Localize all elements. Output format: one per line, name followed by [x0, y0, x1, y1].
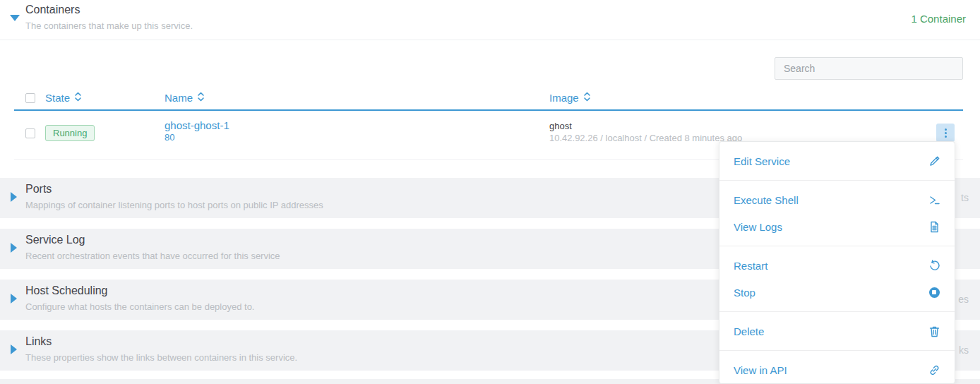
sort-icon [583, 91, 591, 104]
menu-item-stop[interactable]: Stop [719, 279, 955, 306]
pencil-icon [928, 155, 940, 167]
expand-caret-icon [11, 294, 17, 304]
expand-caret-icon [11, 192, 17, 202]
search-input[interactable] [775, 57, 963, 80]
section-count-badge: ks [959, 344, 969, 356]
table-header-row: State Name Image [14, 88, 963, 111]
menu-item-view-in-api[interactable]: View in API [719, 356, 955, 383]
column-header-image[interactable]: Image [549, 91, 591, 104]
sort-icon [74, 91, 82, 104]
section-title: Service Log [25, 234, 85, 246]
containers-title: Containers [25, 4, 80, 16]
row-checkbox[interactable] [25, 128, 35, 138]
column-header-state[interactable]: State [45, 91, 82, 104]
row-actions-button[interactable] [936, 124, 955, 142]
container-port-link[interactable]: 80 [165, 133, 229, 143]
restart-icon [928, 259, 940, 272]
expand-caret-icon [11, 243, 17, 253]
section-subtitle: Configure what hosts the containers can … [25, 301, 255, 312]
image-name: ghost [549, 121, 742, 133]
file-icon [928, 220, 940, 233]
section-subtitle: Mappings of container listening ports to… [25, 200, 323, 210]
container-count-badge: 1 Container [911, 13, 966, 25]
section-subtitle: Recent orchestration events that have oc… [25, 251, 280, 261]
containers-subtitle: The containers that make up this service… [25, 20, 193, 31]
column-header-name[interactable]: Name [165, 91, 205, 104]
name-cell: ghost-ghost-1 80 [165, 119, 229, 143]
section-count-badge: ts [961, 192, 969, 203]
sort-icon [197, 91, 205, 104]
section-subtitle: These properties show the links between … [25, 352, 297, 363]
row-actions-menu: Edit Service Execute Shell View Logs Res… [719, 141, 955, 384]
section-count-badge: es [958, 294, 969, 305]
expand-caret-icon [11, 344, 17, 354]
section-title: Ports [25, 183, 52, 196]
status-badge: Running [45, 125, 95, 141]
menu-item-view-logs[interactable]: View Logs [719, 213, 955, 240]
image-cell: ghost 10.42.92.26 / localhost / Created … [549, 121, 742, 145]
menu-item-edit-service[interactable]: Edit Service [719, 148, 955, 174]
trash-icon [928, 325, 940, 337]
collapse-caret-icon[interactable] [10, 15, 20, 21]
menu-item-execute-shell[interactable]: Execute Shell [719, 186, 955, 213]
menu-item-restart[interactable]: Restart [719, 252, 955, 279]
section-title: Links [25, 335, 52, 348]
containers-section-header: Containers The containers that make up t… [0, 0, 980, 40]
api-link-icon [928, 364, 940, 376]
container-name-link[interactable]: ghost-ghost-1 [165, 119, 229, 131]
terminal-icon [928, 193, 940, 206]
ellipsis-icon [945, 128, 947, 131]
select-all-checkbox[interactable] [25, 93, 35, 103]
stop-icon [928, 286, 940, 299]
menu-item-delete[interactable]: Delete [719, 318, 955, 344]
image-detail: 10.42.92.26 / localhost / Created 8 minu… [549, 133, 742, 145]
section-title: Host Scheduling [25, 284, 108, 297]
